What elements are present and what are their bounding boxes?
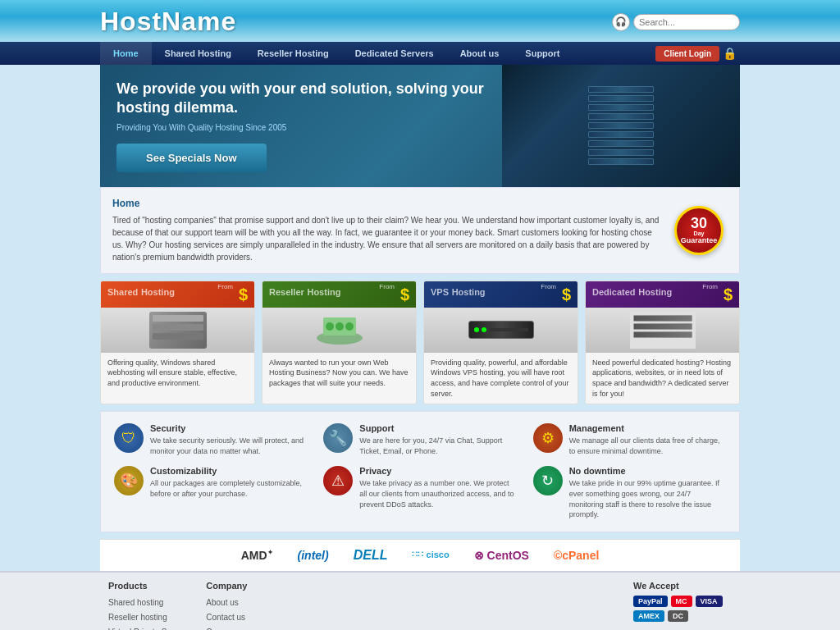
- nav-link-dedicated[interactable]: Dedicated Servers: [342, 42, 447, 65]
- guarantee-badge-area: 30 Day Guarantee: [670, 198, 728, 263]
- dc-badge: DC: [668, 610, 688, 622]
- shared-from-label: From: [217, 283, 233, 290]
- uptime-title: No downtime: [569, 466, 726, 476]
- footer-shared-link[interactable]: Shared hosting: [108, 596, 189, 610]
- nav-item-reseller[interactable]: Reseller Hosting: [244, 42, 342, 65]
- nav-item-about[interactable]: About us: [447, 42, 513, 65]
- svg-point-3: [336, 322, 344, 331]
- svg-point-4: [345, 322, 354, 331]
- footer-link-item[interactable]: About us: [206, 596, 268, 610]
- rack-unit: [588, 104, 654, 111]
- specials-button[interactable]: See Specials Now: [116, 144, 267, 172]
- features-grid: 🛡 Security We take security seriously. W…: [114, 423, 726, 520]
- partners-bar: AMD✦ (intel) DELL ∷∷ cisco ⊗ CentOS ©cPa…: [100, 539, 740, 571]
- cisco-logo: ∷∷ cisco: [412, 550, 449, 560]
- footer-reseller-link[interactable]: Reseller hosting: [108, 610, 189, 625]
- uptime-text: No downtime We take pride in our 99% upt…: [569, 466, 726, 519]
- footer-careers-link[interactable]: Careers: [206, 625, 268, 630]
- badge-guarantee: Guarantee: [681, 236, 718, 244]
- footer-products-col: Products Shared hosting Reseller hosting…: [108, 581, 189, 630]
- hero-tagline: Providing You With Quality Hosting Since…: [116, 123, 486, 132]
- reseller-price: $: [400, 285, 409, 304]
- main-content: We provide you with your end solution, s…: [100, 65, 740, 571]
- dell-logo: DELL: [354, 548, 388, 563]
- vps-hosting-card[interactable]: From VPS Hosting $ Providing quality, po…: [423, 281, 578, 404]
- search-input[interactable]: [633, 14, 740, 30]
- footer-vps-link[interactable]: Virtual Private Servers: [108, 625, 189, 630]
- amd-logo: AMD✦: [241, 549, 273, 562]
- footer-link-item[interactable]: Virtual Private Servers: [108, 625, 189, 630]
- home-intro-body: Tired of "hosting companies" that promis…: [112, 214, 662, 263]
- vps-title-text: VPS: [431, 287, 449, 297]
- dedicated-subtitle-text: Hosting: [638, 287, 672, 297]
- dedicated-hosting-card[interactable]: From Dedicated Hosting $ Need powerful d…: [585, 281, 740, 404]
- nav-item-home[interactable]: Home: [100, 42, 152, 65]
- footer-link-item[interactable]: Reseller hosting: [108, 610, 189, 625]
- hosting-cards-section: From Shared Hosting $ Offering quality, …: [100, 281, 740, 404]
- footer-company-list: About us Contact us Careers Legal statem…: [206, 596, 268, 630]
- feature-privacy: ⚠ Privacy We take privacy as a number on…: [323, 466, 516, 519]
- mastercard-badge: MC: [671, 596, 692, 607]
- reseller-card-header: From Reseller Hosting $: [262, 281, 416, 308]
- rack-unit: [588, 113, 654, 120]
- money-back-badge: 30 Day Guarantee: [674, 206, 724, 255]
- support-text: Support We are here for you, 24/7 via Ch…: [359, 423, 516, 456]
- site-title: HostName: [100, 7, 236, 37]
- custom-text: Customizability All our packages are com…: [150, 466, 307, 499]
- feature-custom: 🎨 Customizability All our packages are c…: [114, 466, 307, 519]
- reseller-subtitle-text: Hosting: [307, 287, 340, 297]
- nav-item-support[interactable]: Support: [512, 42, 573, 65]
- payment-icons: PayPal MC VISA AMEX DC: [633, 596, 732, 622]
- shared-card-image: [101, 308, 254, 353]
- nav-link-support[interactable]: Support: [512, 42, 573, 65]
- rack-unit: [588, 140, 654, 147]
- hero-image: [502, 65, 740, 187]
- custom-desc: All our packages are completely customiz…: [150, 478, 307, 499]
- nav-item-dedicated[interactable]: Dedicated Servers: [342, 42, 447, 65]
- dedicated-card-image: [586, 308, 739, 353]
- amex-badge: AMEX: [633, 610, 664, 622]
- nav-login[interactable]: Client Login 🔒: [655, 46, 740, 62]
- footer-payment-col: We Accept PayPal MC VISA AMEX DC: [633, 581, 732, 630]
- nav-item-shared[interactable]: Shared Hosting: [152, 42, 244, 65]
- header-search-area: 🎧: [612, 13, 740, 31]
- nav-link-about[interactable]: About us: [447, 42, 513, 65]
- custom-title: Customizability: [150, 466, 307, 476]
- feature-support: 🔧 Support We are here for you, 24/7 via …: [323, 423, 516, 456]
- shield-icon: 🛡: [114, 423, 144, 453]
- site-header: HostName 🎧: [0, 0, 840, 42]
- management-desc: We manage all our clients data free of c…: [569, 436, 726, 456]
- footer-link-item[interactable]: Shared hosting: [108, 596, 189, 610]
- nav-link-reseller[interactable]: Reseller Hosting: [244, 42, 342, 65]
- footer-products-list: Shared hosting Reseller hosting Virtual …: [108, 596, 189, 630]
- login-button[interactable]: Client Login: [655, 46, 719, 62]
- server-rack-graphic: [580, 78, 662, 173]
- rack-unit: [588, 95, 654, 102]
- footer-inner: Products Shared hosting Reseller hosting…: [100, 581, 740, 630]
- nav-link-home[interactable]: Home: [100, 42, 152, 65]
- dedicated-card-desc: Need powerful dedicated hosting? Hosting…: [586, 353, 739, 404]
- refresh-icon: ↻: [533, 466, 563, 495]
- footer-contact-link[interactable]: Contact us: [206, 610, 268, 625]
- uptime-desc: We take pride in our 99% uptime guarante…: [569, 478, 726, 519]
- reseller-hosting-card[interactable]: From Reseller Hosting $: [262, 281, 417, 404]
- footer-link-item[interactable]: Contact us: [206, 610, 268, 625]
- management-text: Management We manage all our clients dat…: [569, 423, 726, 456]
- badge-number: 30: [691, 216, 707, 231]
- vps-price: $: [562, 285, 571, 304]
- footer-accept-heading: We Accept: [633, 581, 732, 591]
- footer-link-item[interactable]: Careers: [206, 625, 268, 630]
- management-title: Management: [569, 423, 726, 433]
- footer-about-link[interactable]: About us: [206, 596, 268, 610]
- lock-icon: 🔒: [723, 47, 737, 60]
- shared-hosting-card[interactable]: From Shared Hosting $ Offering quality, …: [100, 281, 255, 404]
- dedicated-price: $: [724, 285, 733, 304]
- vps-card-image: [424, 308, 578, 353]
- nav-link-shared[interactable]: Shared Hosting: [152, 42, 244, 65]
- shared-title-text: Shared: [107, 287, 138, 297]
- visa-badge: VISA: [696, 596, 723, 607]
- main-nav: Home Shared Hosting Reseller Hosting Ded…: [0, 42, 840, 65]
- security-text: Security We take security seriously. We …: [150, 423, 307, 456]
- feature-uptime: ↻ No downtime We take pride in our 99% u…: [533, 466, 726, 519]
- vps-from-label: From: [541, 283, 556, 290]
